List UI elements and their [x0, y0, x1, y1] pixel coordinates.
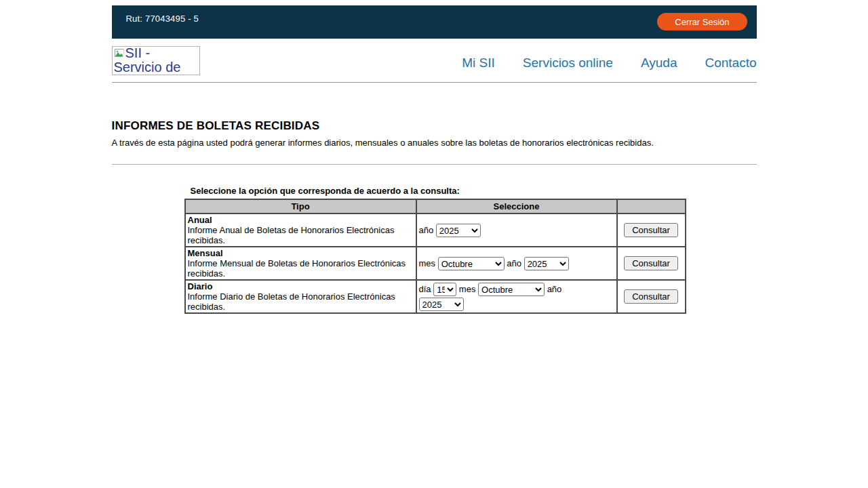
anual-type-label: Anual	[188, 215, 212, 225]
page-container: Rut: 77043495 - 5 Cerrar Sesión SII - Se…	[112, 5, 757, 314]
logout-button[interactable]: Cerrar Sesión	[657, 13, 747, 30]
form-area: Seleccione la opción que corresponda de …	[184, 186, 757, 314]
mensual-select-cell: mes Octubre año 2025	[416, 247, 617, 280]
table-row-diario: Diario Informe Diario de Boletas de Hono…	[185, 280, 686, 313]
nav-item-contacto[interactable]: Contacto	[705, 56, 756, 70]
page-title: INFORMES DE BOLETAS RECIBIDAS	[112, 119, 757, 133]
diario-mes-label: mes	[459, 284, 476, 294]
diario-type-cell: Diario Informe Diario de Boletas de Hono…	[185, 280, 416, 313]
report-options-table: Tipo Seleccione Anual Informe Anual de B…	[184, 199, 686, 314]
diario-select-cell: día 15 mes Octubre año 2025	[416, 280, 617, 313]
mensual-mes-label: mes	[419, 258, 436, 268]
table-header-row: Tipo Seleccione	[185, 199, 686, 214]
nav-item-mi-sii[interactable]: Mi SII	[462, 56, 495, 70]
table-row-anual: Anual Informe Anual de Boletas de Honora…	[185, 214, 686, 247]
mensual-description: Informe Mensual de Boletas de Honorarios…	[188, 258, 406, 279]
anual-type-cell: Anual Informe Anual de Boletas de Honora…	[185, 214, 416, 247]
diario-dia-select[interactable]: 15	[433, 283, 456, 296]
anual-action-cell: Consultar	[617, 214, 686, 247]
mensual-ano-label: año	[507, 258, 521, 268]
mensual-action-cell: Consultar	[617, 247, 686, 280]
form-instruction-label: Seleccione la opción que corresponda de …	[191, 186, 757, 196]
column-header-empty	[617, 199, 686, 214]
anual-select-cell: año 2025	[416, 214, 617, 247]
column-header-seleccione: Seleccione	[416, 199, 617, 214]
anual-description: Informe Anual de Boletas de Honorarios E…	[188, 225, 395, 245]
column-header-tipo: Tipo	[185, 199, 416, 214]
mensual-type-cell: Mensual Informe Mensual de Boletas de Ho…	[185, 247, 416, 280]
nav-divider	[112, 82, 757, 83]
sii-logo-broken-image[interactable]: SII - Servicio de Impuestos Internos	[112, 46, 200, 75]
anual-ano-select[interactable]: 2025	[436, 224, 481, 237]
content-divider	[112, 164, 757, 165]
diario-description: Informe Diario de Boletas de Honorarios …	[188, 291, 395, 312]
nav-item-ayuda[interactable]: Ayuda	[641, 56, 677, 70]
diario-dia-label: día	[419, 284, 431, 294]
top-bar: Rut: 77043495 - 5 Cerrar Sesión	[112, 5, 757, 39]
rut-label: Rut: 77043495 - 5	[126, 14, 199, 24]
nav-links: Mi SII Servicios online Ayuda Contacto	[462, 46, 756, 70]
nav-row: SII - Servicio de Impuestos Internos Mi …	[112, 46, 757, 75]
anual-ano-label: año	[419, 225, 434, 235]
mensual-ano-select[interactable]: 2025	[524, 257, 569, 270]
mensual-type-label: Mensual	[188, 248, 223, 258]
mensual-consultar-button[interactable]: Consultar	[624, 256, 678, 270]
diario-ano-label: año	[547, 284, 562, 294]
mensual-mes-select[interactable]: Octubre	[438, 257, 505, 270]
page-description: A través de esta página usted podrá gene…	[112, 138, 757, 148]
diario-mes-select[interactable]: Octubre	[478, 283, 545, 296]
diario-type-label: Diario	[188, 281, 213, 291]
anual-consultar-button[interactable]: Consultar	[624, 223, 678, 237]
nav-item-servicios-online[interactable]: Servicios online	[523, 56, 613, 70]
diario-consultar-button[interactable]: Consultar	[624, 289, 678, 304]
diario-action-cell: Consultar	[617, 280, 686, 313]
diario-ano-select[interactable]: 2025	[419, 298, 464, 311]
table-row-mensual: Mensual Informe Mensual de Boletas de Ho…	[185, 247, 686, 280]
